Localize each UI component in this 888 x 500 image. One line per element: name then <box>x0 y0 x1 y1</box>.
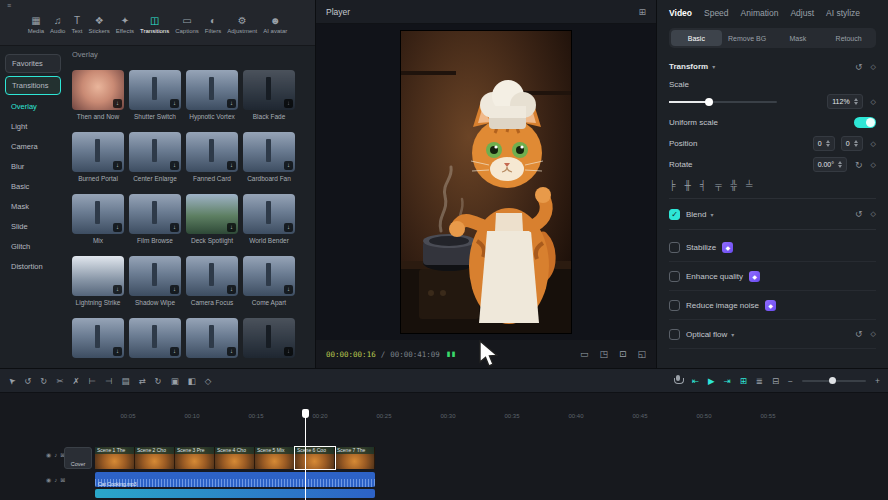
transition-item[interactable]: ↓Lightning Strike <box>72 256 124 308</box>
enhance-quality-checkbox[interactable] <box>669 271 680 282</box>
download-icon[interactable]: ↓ <box>113 223 122 232</box>
sidebar-item-transitions[interactable]: Transitions <box>5 76 61 95</box>
tab-text[interactable]: TText <box>71 15 82 34</box>
tab-adjust[interactable]: Adjust <box>790 8 814 18</box>
transition-item[interactable]: ↓Camera Focus <box>186 256 238 308</box>
transition-item[interactable]: ↓ <box>186 318 238 358</box>
fit-icon[interactable]: ⊡ <box>619 349 627 359</box>
sidebar-item-blur[interactable]: Blur <box>5 158 61 175</box>
redo-icon[interactable]: ↻ <box>40 376 47 386</box>
preview-end-icon[interactable]: ⇥ <box>724 376 731 386</box>
clip-scene-3[interactable]: Scene 3 Pre <box>175 447 215 469</box>
optical-flow-checkbox[interactable] <box>669 329 680 340</box>
download-icon[interactable]: ↓ <box>284 347 293 356</box>
mute-icon[interactable]: ♪ <box>54 477 57 483</box>
subtab-mask[interactable]: Mask <box>773 30 824 46</box>
tab-ai-avatar[interactable]: ☻AI avatar <box>263 15 287 34</box>
subtab-remove-bg[interactable]: Remove BG <box>722 30 773 46</box>
track-height-icon[interactable]: ≣ <box>756 376 763 386</box>
align-center-v-icon[interactable]: ╬ <box>731 180 737 190</box>
transition-item[interactable]: ↓Come Apart <box>243 256 295 308</box>
download-icon[interactable]: ↓ <box>284 223 293 232</box>
tab-animation[interactable]: Animation <box>741 8 779 18</box>
tab-transitions[interactable]: ◫Transitions <box>140 15 169 34</box>
subtab-basic[interactable]: Basic <box>671 30 722 46</box>
transition-item[interactable]: ↓ <box>72 318 124 358</box>
chevron-down-icon[interactable]: ▾ <box>712 63 715 70</box>
mask-icon[interactable]: ◧ <box>188 376 196 386</box>
sidebar-item-light[interactable]: Light <box>5 118 61 135</box>
scale-value-stepper[interactable]: 112% <box>827 94 862 109</box>
cover-button[interactable]: Cover <box>64 447 92 469</box>
align-bottom-icon[interactable]: ╧ <box>746 180 752 190</box>
download-icon[interactable]: ↓ <box>227 347 236 356</box>
download-icon[interactable]: ↓ <box>227 285 236 294</box>
transition-item[interactable]: ↓Mix <box>72 194 124 246</box>
download-icon[interactable]: ↓ <box>170 99 179 108</box>
chevron-down-icon[interactable]: ▾ <box>731 331 734 338</box>
download-icon[interactable]: ↓ <box>170 285 179 294</box>
play-icon[interactable]: ▶ <box>708 376 715 386</box>
sidebar-item-mask[interactable]: Mask <box>5 198 61 215</box>
crop-icon[interactable]: ▣ <box>171 376 179 386</box>
clip-scene-6-selected[interactable]: Scene 6 Coo <box>295 447 335 469</box>
zoom-out-icon[interactable]: − <box>788 376 793 386</box>
download-icon[interactable]: ↓ <box>170 223 179 232</box>
download-icon[interactable]: ↓ <box>113 99 122 108</box>
snapshot-icon[interactable]: ◳ <box>599 349 608 359</box>
mirror-icon[interactable]: ⇄ <box>138 376 145 386</box>
transition-item[interactable]: ↓Film Browse <box>129 194 181 246</box>
align-top-icon[interactable]: ╤ <box>715 180 721 190</box>
tab-effects[interactable]: ✦Effects <box>116 15 134 34</box>
keyframe-icon[interactable]: ◇ <box>205 376 212 386</box>
align-right-icon[interactable]: ╡ <box>700 180 706 190</box>
sidebar-item-basic[interactable]: Basic <box>5 178 61 195</box>
sidebar-item-overlay[interactable]: Overlay <box>5 98 61 115</box>
tab-stickers[interactable]: ❖Stickers <box>88 15 109 34</box>
transform-reset-icon[interactable]: ↺ <box>855 62 863 72</box>
transition-item[interactable]: ↓Black Fade <box>243 70 295 122</box>
transform-keyframe-icon[interactable]: ◇ <box>871 63 876 71</box>
menu-icon[interactable]: ≡ <box>7 2 11 9</box>
transition-item[interactable]: ↓World Bender <box>243 194 295 246</box>
tab-speed[interactable]: Speed <box>704 8 729 18</box>
eye-icon[interactable]: ◉ <box>46 476 51 483</box>
fullscreen-icon[interactable]: ◱ <box>637 349 646 359</box>
download-icon[interactable]: ↓ <box>284 161 293 170</box>
download-icon[interactable]: ↓ <box>113 285 122 294</box>
sidebar-item-favorites[interactable]: Favorites <box>5 54 61 73</box>
sidebar-item-camera[interactable]: Camera <box>5 138 61 155</box>
download-icon[interactable]: ↓ <box>170 161 179 170</box>
trim-right-icon[interactable]: ⊣ <box>105 376 112 386</box>
download-icon[interactable]: ↓ <box>227 223 236 232</box>
scale-keyframe-icon[interactable]: ◇ <box>871 98 876 106</box>
trim-left-icon[interactable]: ⊢ <box>89 376 96 386</box>
blend-reset-icon[interactable]: ↺ <box>855 209 863 219</box>
tab-ai-stylize[interactable]: AI stylize <box>826 8 860 18</box>
transition-item[interactable]: ↓Burned Portal <box>72 132 124 184</box>
optical-flow-keyframe-icon[interactable]: ◇ <box>871 330 876 338</box>
optical-flow-reset-icon[interactable]: ↺ <box>855 329 863 339</box>
lock-icon[interactable]: ⊠ <box>60 476 65 483</box>
transition-item[interactable]: ↓ <box>129 318 181 358</box>
download-icon[interactable]: ↓ <box>113 347 122 356</box>
sidebar-item-glitch[interactable]: Glitch <box>5 238 61 255</box>
tab-captions[interactable]: ▭Captions <box>175 15 199 34</box>
align-left-icon[interactable]: ╞ <box>669 180 675 190</box>
subtab-retouch[interactable]: Retouch <box>823 30 874 46</box>
timeline-ruler[interactable]: 00:05 00:10 00:15 00:20 00:25 00:30 00:3… <box>95 413 888 425</box>
transition-item[interactable]: ↓Cardboard Fan <box>243 132 295 184</box>
tab-video[interactable]: Video <box>669 8 692 18</box>
undo-icon[interactable]: ↺ <box>24 376 31 386</box>
rotate-icon[interactable]: ↻ <box>155 376 162 386</box>
tab-media[interactable]: ▦Media <box>28 15 44 34</box>
transition-item[interactable]: ↓Fanned Card <box>186 132 238 184</box>
download-icon[interactable]: ↓ <box>227 161 236 170</box>
zoom-in-icon[interactable]: + <box>875 376 880 386</box>
uniform-scale-toggle[interactable] <box>854 117 876 128</box>
preview-start-icon[interactable]: ⇤ <box>692 376 699 386</box>
select-tool-icon[interactable]: ➤ <box>6 374 18 386</box>
position-y-stepper[interactable]: 0 <box>841 136 863 151</box>
clip-scene-2[interactable]: Scene 2 Cho <box>135 447 175 469</box>
transition-item[interactable]: ↓Deck Spotlight <box>186 194 238 246</box>
